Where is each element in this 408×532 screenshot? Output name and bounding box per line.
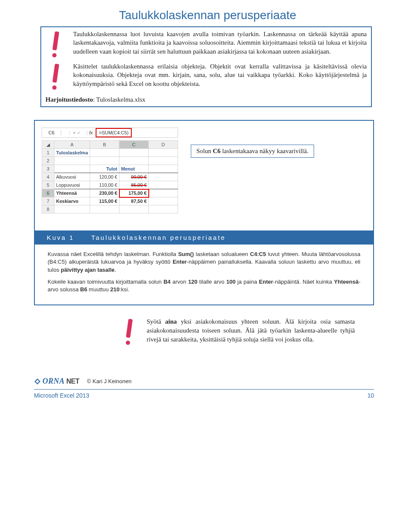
desc-paragraph-1: Kuvassa näet Excelillä tehdyn laskelman.…: [48, 250, 360, 274]
cell: Alkuvuosi: [54, 173, 90, 181]
fx-icon: fx: [87, 130, 95, 135]
callout-text: Solun C6 laskentakaava näkyy kaavarivill…: [196, 148, 309, 154]
text: B6: [80, 286, 88, 293]
text: arvon: [170, 279, 188, 285]
important-icon: [119, 317, 138, 347]
tip-text: Syötä aina yksi asiakokonaisuus yhteen s…: [147, 317, 355, 344]
cell: [149, 173, 178, 181]
row-header: 4: [42, 173, 54, 181]
tip-block: Syötä aina yksi asiakokonaisuus yhteen s…: [40, 317, 372, 347]
table-row: 1 Tuloslaskelma: [42, 149, 178, 157]
svg-point-3: [52, 85, 57, 90]
text: aina: [165, 318, 177, 325]
cell: [90, 149, 119, 157]
name-box: C6: [42, 130, 61, 135]
text: Enter: [173, 259, 187, 265]
intro-box: Taulukkolaskennassa luot luvuista kaavoj…: [40, 26, 372, 107]
copyright-text: © Kari J Keinonen: [87, 378, 132, 384]
footer-copyright: ORNANET © Kari J Keinonen: [34, 377, 374, 386]
cell: [149, 181, 178, 189]
row-header: 1: [42, 149, 54, 157]
logo: ORNANET: [34, 377, 79, 386]
row-header: 2: [42, 157, 54, 165]
cell: [149, 205, 178, 213]
svg-rect-2: [52, 64, 59, 83]
cell: [90, 157, 119, 165]
logo-text-orna: ORNA: [42, 377, 65, 386]
text: Sum(): [178, 251, 194, 257]
svg-rect-4: [126, 319, 133, 338]
text: 210: [110, 286, 119, 293]
text: päivittyy ajan tasalle: [61, 267, 114, 273]
page-title: Taulukkolaskennan perusperiaate: [17, 9, 391, 22]
text: Kokeile kaavan toimivuutta kirjoittamall…: [48, 279, 164, 285]
text: tilalle arvo: [197, 279, 226, 285]
cell: [149, 165, 178, 173]
page-number: 10: [367, 392, 374, 399]
row-header: 6: [42, 189, 54, 197]
cell: 120,00 €: [90, 173, 119, 181]
figure-description: Kuvassa näet Excelillä tehdyn laskelman.…: [34, 245, 374, 305]
cell: [90, 205, 119, 213]
cell: [149, 149, 178, 157]
table-row: 6 Yhteensä 230,00 € 175,00 €: [42, 189, 178, 197]
table-row: 5 Loppuvuosi 110,00 € 85,00 €: [42, 181, 178, 189]
svg-point-5: [126, 341, 130, 345]
col-header-d: D: [149, 141, 178, 149]
col-header-b: B: [90, 141, 119, 149]
text: lasketaan solualueen: [194, 251, 250, 257]
formula-bar: C6 ⋮ × ✓ fx =SUM(C4:C5): [42, 128, 178, 138]
table-row: 4 Alkuvuosi 120,00 € 90,00 €: [42, 173, 178, 181]
figure-container: C6 ⋮ × ✓ fx =SUM(C4:C5) ◢ A B C D 1: [34, 120, 374, 230]
table-row: 2: [42, 157, 178, 165]
cell: [119, 205, 149, 213]
footer-left: Microsoft Excel 2013: [34, 392, 89, 399]
cell: [149, 157, 178, 165]
cell: [54, 157, 90, 165]
row-header: 3: [42, 165, 54, 173]
cell: Yhteensä: [54, 189, 90, 197]
desc-paragraph-2: Kokeile kaavan toimivuutta kirjoittamall…: [48, 278, 360, 293]
cell: 87,50 €: [119, 197, 149, 205]
cell: [119, 149, 149, 157]
text: C4:C5: [250, 251, 266, 257]
cell: 115,00 €: [90, 197, 119, 205]
spreadsheet-grid: ◢ A B C D 1 Tuloslaskelma 2: [42, 140, 178, 213]
table-row: 7 Keskiarvo 115,00 € 87,50 €: [42, 197, 178, 205]
cell: [149, 189, 178, 197]
cell: 90,00 €: [119, 173, 149, 181]
text: -näppäintä. Näet kuinka: [273, 279, 334, 285]
logo-text-net: NET: [66, 378, 79, 385]
row-header: 5: [42, 181, 54, 189]
selected-cell: 175,00 €: [119, 189, 149, 197]
text: Kuvassa näet Excelillä tehdyn laskelman.…: [48, 251, 178, 257]
exercise-file: Harjoitustiedosto: Tuloslaskelma.xlsx: [45, 95, 367, 104]
text: B4: [164, 279, 171, 285]
col-header-c: C: [119, 141, 149, 149]
corner-cell: ◢: [42, 141, 54, 149]
text: Enter: [259, 279, 273, 285]
cell: Menot: [119, 165, 149, 173]
svg-point-1: [52, 53, 57, 57]
row-header: 7: [42, 197, 54, 205]
table-row: 8: [42, 205, 178, 213]
cell: [54, 165, 90, 173]
formula-bar-icons: ⋮ × ✓: [61, 131, 87, 135]
cell: [149, 197, 178, 205]
row-header: 8: [42, 205, 54, 213]
important-icon: [45, 30, 65, 60]
cell: [54, 205, 90, 213]
svg-rect-0: [52, 31, 59, 51]
col-header-a: A: [54, 141, 90, 149]
callout-box: Solun C6 laskentakaava näkyy kaavarivill…: [191, 145, 314, 158]
text: ja paina: [235, 279, 259, 285]
text: :ksi.: [119, 286, 129, 293]
text: .: [115, 267, 116, 273]
figure-caption-bar: Kuva 1 Taulukkolaskennan perusperiaate: [34, 230, 374, 245]
cell: Tulot: [90, 165, 119, 173]
important-icon: [45, 62, 65, 92]
text: 100: [227, 279, 236, 285]
figure-title: Taulukkolaskennan perusperiaate: [91, 234, 226, 241]
text: muuttuu: [87, 286, 110, 293]
cell: Loppuvuosi: [54, 181, 90, 189]
